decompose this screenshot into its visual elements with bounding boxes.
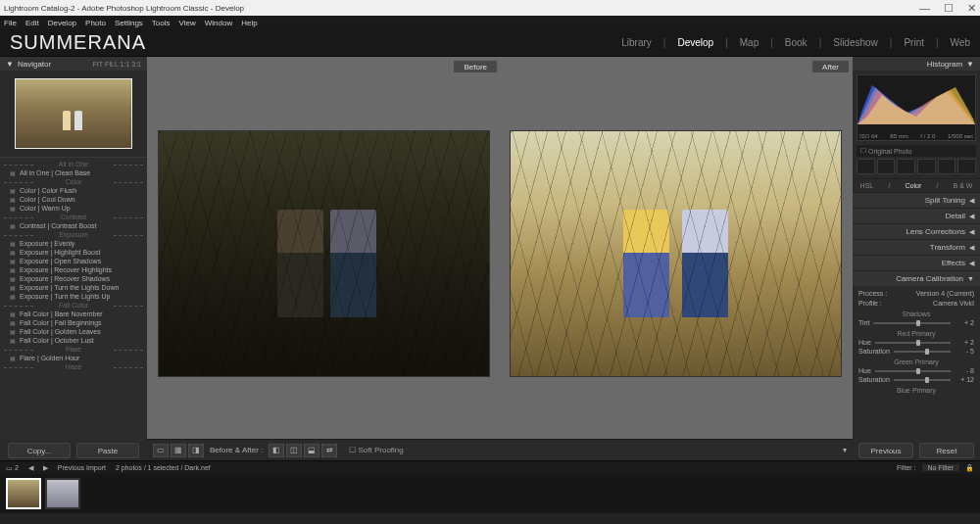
reset-button[interactable]: Reset	[919, 443, 974, 458]
crop-tool-icon[interactable]	[857, 159, 875, 174]
redeye-tool-icon[interactable]	[897, 159, 915, 174]
preset-item[interactable]: Fall Color | Bare November	[4, 310, 143, 318]
preset-item[interactable]: Exposure | Recover Shadows	[4, 274, 143, 283]
preset-item[interactable]: Fall Color | Golden Leaves	[4, 327, 143, 336]
after-image[interactable]	[510, 130, 842, 377]
ba-swap-icon[interactable]: ⇄	[321, 444, 337, 457]
preset-item[interactable]: Fall Color | October Lust	[4, 336, 143, 345]
filter-lock-icon[interactable]: 🔒	[965, 464, 974, 472]
paste-button[interactable]: Paste	[76, 443, 139, 458]
menu-photo[interactable]: Photo	[85, 19, 106, 27]
go-forward-icon[interactable]: ▶	[43, 464, 48, 472]
source-label[interactable]: Previous Import	[58, 464, 106, 471]
brush-tool-icon[interactable]	[957, 159, 976, 174]
preset-item[interactable]: Flare | Golden Hour	[4, 354, 143, 362]
secondary-display-icon[interactable]: ▭ 2	[6, 464, 19, 472]
copy-button[interactable]: Copy...	[8, 443, 71, 458]
filmstrip-thumb[interactable]	[45, 478, 80, 509]
collapse-icon[interactable]: ▼	[966, 60, 974, 69]
spot-tool-icon[interactable]	[877, 159, 896, 174]
panel-detail[interactable]: Detail◀	[853, 208, 980, 223]
original-photo-checkbox[interactable]: Original Photo	[857, 145, 976, 157]
preset-item[interactable]: Exposure | Highlight Boost	[4, 248, 143, 257]
red-sat-value[interactable]: - 5	[955, 348, 974, 355]
minimize-icon[interactable]: —	[919, 2, 930, 15]
module-library[interactable]: Library	[621, 37, 652, 48]
soft-proofing-checkbox[interactable]: Soft Proofing	[349, 446, 403, 454]
loupe-view-icon[interactable]: ▭	[153, 444, 169, 457]
navigator-header[interactable]: ▼ Navigator FIT FILL 1:1 3:1	[0, 57, 147, 71]
module-book[interactable]: Book	[785, 37, 808, 48]
menu-tools[interactable]: Tools	[152, 19, 171, 27]
preset-item[interactable]: Exposure | Recover Highlights	[4, 265, 143, 274]
module-slideshow[interactable]: Slideshow	[833, 37, 878, 48]
filmstrip[interactable]	[0, 474, 980, 513]
menu-file[interactable]: File	[4, 19, 17, 27]
maximize-icon[interactable]: ☐	[944, 2, 954, 15]
tab-bw[interactable]: B & W	[954, 182, 973, 189]
preset-item[interactable]: Contrast | Contrast Boost	[4, 221, 143, 230]
filmstrip-thumb[interactable]	[6, 478, 41, 509]
green-hue-value[interactable]: - 8	[955, 367, 974, 374]
preset-item[interactable]: Exposure | Turn the Lights Down	[4, 283, 143, 292]
menu-develop[interactable]: Develop	[48, 19, 76, 27]
navigator-zoom-options[interactable]: FIT FILL 1:1 3:1	[93, 61, 141, 68]
chevron-icon[interactable]: ▼	[967, 275, 974, 282]
ba-sidebyside-icon[interactable]: ◧	[269, 444, 284, 457]
preset-item[interactable]: All in One | Clean Base	[4, 168, 143, 177]
preset-item[interactable]: Exposure | Evenly	[4, 239, 143, 248]
preset-item[interactable]: Color | Cool Down	[4, 195, 143, 204]
shadows-tint-value[interactable]: + 2	[955, 319, 974, 326]
preset-item[interactable]: Fall Color | Fall Beginnings	[4, 318, 143, 327]
menu-settings[interactable]: Settings	[115, 19, 143, 27]
close-icon[interactable]: ✕	[967, 2, 976, 15]
process-value[interactable]: Version 4 (Current)	[916, 290, 974, 297]
histogram-display[interactable]: ISO 64 85 mm f / 2.0 1/500 sec	[857, 74, 976, 141]
green-sat-value[interactable]: + 12	[955, 376, 974, 383]
red-hue-value[interactable]: + 2	[955, 339, 974, 346]
tab-hsl[interactable]: HSL	[860, 182, 874, 189]
module-web[interactable]: Web	[951, 37, 970, 48]
menu-help[interactable]: Help	[241, 19, 257, 27]
grid-view-icon[interactable]: ▦	[171, 444, 186, 457]
preset-item[interactable]: Exposure | Open Shadows	[4, 257, 143, 265]
green-sat-slider[interactable]	[894, 379, 951, 381]
profile-value[interactable]: Camera Vivid	[933, 300, 974, 307]
grad-filter-icon[interactable]	[917, 159, 936, 174]
toolbar-disclosure-icon[interactable]: ▾	[843, 446, 847, 454]
preset-item[interactable]: Color | Color Flush	[4, 186, 143, 195]
chevron-icon[interactable]: ◀	[969, 213, 974, 220]
panel-split-toning[interactable]: Split Toning◀	[853, 192, 980, 208]
go-back-icon[interactable]: ◀	[28, 464, 33, 472]
red-hue-slider[interactable]	[875, 342, 951, 344]
collapse-icon[interactable]: ▼	[6, 60, 14, 69]
shadows-tint-slider[interactable]	[873, 322, 951, 324]
chevron-icon[interactable]: ◀	[969, 244, 974, 252]
histogram-header[interactable]: Histogram ▼	[853, 57, 980, 71]
red-sat-slider[interactable]	[894, 351, 951, 353]
compare-view-icon[interactable]: ◨	[188, 444, 204, 457]
module-map[interactable]: Map	[740, 37, 759, 48]
chevron-icon[interactable]: ◀	[969, 228, 974, 236]
module-develop[interactable]: Develop	[677, 37, 713, 48]
module-print[interactable]: Print	[904, 37, 924, 48]
preset-item[interactable]: Color | Warm Up	[4, 204, 143, 213]
chevron-icon[interactable]: ◀	[969, 260, 974, 267]
panel-transform[interactable]: Transform◀	[853, 239, 980, 255]
menu-window[interactable]: Window	[205, 19, 232, 27]
before-image[interactable]	[158, 130, 490, 377]
navigator-thumbnail[interactable]	[15, 78, 132, 149]
preset-item[interactable]: Exposure | Turn the Lights Up	[4, 292, 143, 301]
panel-lens-corrections[interactable]: Lens Corrections◀	[853, 223, 980, 239]
panel-effects[interactable]: Effects◀	[853, 255, 980, 270]
previous-button[interactable]: Previous	[858, 443, 913, 458]
menu-view[interactable]: View	[179, 19, 196, 27]
ba-split-icon[interactable]: ◫	[286, 444, 302, 457]
chevron-icon[interactable]: ◀	[969, 197, 974, 205]
menu-edit[interactable]: Edit	[25, 19, 39, 27]
radial-filter-icon[interactable]	[938, 159, 956, 174]
panel-camera-calibration[interactable]: Camera Calibration▼	[853, 270, 980, 286]
tab-color[interactable]: Color	[906, 182, 922, 189]
green-hue-slider[interactable]	[875, 370, 951, 372]
filter-dropdown[interactable]: No Filter	[922, 464, 959, 471]
